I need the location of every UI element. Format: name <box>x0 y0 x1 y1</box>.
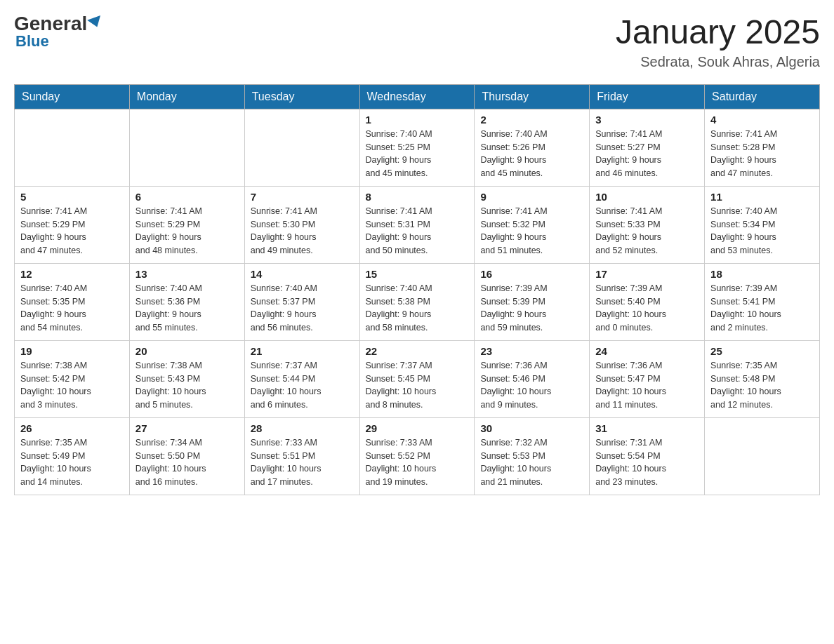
month-title: January 2025 <box>616 14 820 51</box>
table-row: 22Sunrise: 7:37 AM Sunset: 5:45 PM Dayli… <box>359 340 475 417</box>
calendar-header-row: Sunday Monday Tuesday Wednesday Thursday… <box>15 84 820 109</box>
day-info: Sunrise: 7:41 AM Sunset: 5:32 PM Dayligh… <box>480 205 583 257</box>
day-number: 3 <box>595 114 699 126</box>
col-saturday: Saturday <box>705 84 820 109</box>
logo-triangle-icon <box>87 15 104 29</box>
day-info: Sunrise: 7:41 AM Sunset: 5:33 PM Dayligh… <box>595 205 699 257</box>
day-info: Sunrise: 7:40 AM Sunset: 5:35 PM Dayligh… <box>20 282 124 335</box>
table-row: 23Sunrise: 7:36 AM Sunset: 5:46 PM Dayli… <box>475 340 590 417</box>
day-number: 2 <box>480 114 583 126</box>
day-info: Sunrise: 7:36 AM Sunset: 5:46 PM Dayligh… <box>480 359 583 412</box>
day-info: Sunrise: 7:33 AM Sunset: 5:52 PM Dayligh… <box>366 436 469 489</box>
table-row: 28Sunrise: 7:33 AM Sunset: 5:51 PM Dayli… <box>244 417 359 495</box>
day-number: 26 <box>20 422 124 434</box>
day-info: Sunrise: 7:38 AM Sunset: 5:42 PM Dayligh… <box>20 359 124 412</box>
table-row: 25Sunrise: 7:35 AM Sunset: 5:48 PM Dayli… <box>705 340 820 417</box>
calendar-week-row: 12Sunrise: 7:40 AM Sunset: 5:35 PM Dayli… <box>15 263 820 340</box>
day-number: 16 <box>480 268 583 280</box>
table-row: 13Sunrise: 7:40 AM Sunset: 5:36 PM Dayli… <box>129 263 244 340</box>
day-number: 7 <box>251 191 354 203</box>
table-row: 29Sunrise: 7:33 AM Sunset: 5:52 PM Dayli… <box>359 417 475 495</box>
day-info: Sunrise: 7:41 AM Sunset: 5:29 PM Dayligh… <box>20 205 124 257</box>
table-row: 17Sunrise: 7:39 AM Sunset: 5:40 PM Dayli… <box>590 263 705 340</box>
day-info: Sunrise: 7:37 AM Sunset: 5:45 PM Dayligh… <box>366 359 469 412</box>
table-row: 1Sunrise: 7:40 AM Sunset: 5:25 PM Daylig… <box>359 109 475 186</box>
calendar-week-row: 5Sunrise: 7:41 AM Sunset: 5:29 PM Daylig… <box>15 186 820 263</box>
day-number: 9 <box>480 191 583 203</box>
day-number: 1 <box>366 114 469 126</box>
table-row: 24Sunrise: 7:36 AM Sunset: 5:47 PM Dayli… <box>590 340 705 417</box>
day-info: Sunrise: 7:39 AM Sunset: 5:39 PM Dayligh… <box>480 282 583 335</box>
day-info: Sunrise: 7:40 AM Sunset: 5:36 PM Dayligh… <box>135 282 239 335</box>
day-info: Sunrise: 7:36 AM Sunset: 5:47 PM Dayligh… <box>595 359 699 412</box>
day-number: 8 <box>366 191 469 203</box>
table-row: 10Sunrise: 7:41 AM Sunset: 5:33 PM Dayli… <box>590 186 705 263</box>
day-number: 17 <box>595 268 699 280</box>
day-info: Sunrise: 7:39 AM Sunset: 5:40 PM Dayligh… <box>595 282 699 335</box>
col-monday: Monday <box>129 84 244 109</box>
day-number: 4 <box>710 114 814 126</box>
day-number: 31 <box>595 422 699 434</box>
day-info: Sunrise: 7:41 AM Sunset: 5:27 PM Dayligh… <box>595 128 699 180</box>
table-row: 15Sunrise: 7:40 AM Sunset: 5:38 PM Dayli… <box>359 263 475 340</box>
page-header: General Blue January 2025 Sedrata, Souk … <box>14 14 820 70</box>
calendar-week-row: 1Sunrise: 7:40 AM Sunset: 5:25 PM Daylig… <box>15 109 820 186</box>
day-info: Sunrise: 7:33 AM Sunset: 5:51 PM Dayligh… <box>251 436 354 489</box>
day-info: Sunrise: 7:40 AM Sunset: 5:38 PM Dayligh… <box>366 282 469 335</box>
table-row: 4Sunrise: 7:41 AM Sunset: 5:28 PM Daylig… <box>705 109 820 186</box>
table-row: 5Sunrise: 7:41 AM Sunset: 5:29 PM Daylig… <box>15 186 130 263</box>
table-row: 21Sunrise: 7:37 AM Sunset: 5:44 PM Dayli… <box>244 340 359 417</box>
col-tuesday: Tuesday <box>244 84 359 109</box>
day-info: Sunrise: 7:32 AM Sunset: 5:53 PM Dayligh… <box>480 436 583 489</box>
table-row <box>705 417 820 495</box>
day-info: Sunrise: 7:38 AM Sunset: 5:43 PM Dayligh… <box>135 359 239 412</box>
title-block: January 2025 Sedrata, Souk Ahras, Algeri… <box>616 14 820 70</box>
day-info: Sunrise: 7:40 AM Sunset: 5:25 PM Dayligh… <box>366 128 469 180</box>
day-number: 19 <box>20 345 124 357</box>
table-row: 31Sunrise: 7:31 AM Sunset: 5:54 PM Dayli… <box>590 417 705 495</box>
day-number: 22 <box>366 345 469 357</box>
day-info: Sunrise: 7:41 AM Sunset: 5:28 PM Dayligh… <box>710 128 814 180</box>
day-number: 14 <box>251 268 354 280</box>
day-number: 12 <box>20 268 124 280</box>
day-info: Sunrise: 7:31 AM Sunset: 5:54 PM Dayligh… <box>595 436 699 489</box>
day-info: Sunrise: 7:35 AM Sunset: 5:48 PM Dayligh… <box>710 359 814 412</box>
day-number: 30 <box>480 422 583 434</box>
table-row: 19Sunrise: 7:38 AM Sunset: 5:42 PM Dayli… <box>15 340 130 417</box>
day-number: 13 <box>135 268 239 280</box>
day-info: Sunrise: 7:40 AM Sunset: 5:37 PM Dayligh… <box>251 282 354 335</box>
day-number: 18 <box>710 268 814 280</box>
calendar-week-row: 26Sunrise: 7:35 AM Sunset: 5:49 PM Dayli… <box>15 417 820 495</box>
day-info: Sunrise: 7:34 AM Sunset: 5:50 PM Dayligh… <box>135 436 239 489</box>
table-row: 2Sunrise: 7:40 AM Sunset: 5:26 PM Daylig… <box>475 109 590 186</box>
day-number: 24 <box>595 345 699 357</box>
table-row <box>15 109 130 186</box>
day-info: Sunrise: 7:40 AM Sunset: 5:26 PM Dayligh… <box>480 128 583 180</box>
day-number: 15 <box>366 268 469 280</box>
day-number: 5 <box>20 191 124 203</box>
table-row: 26Sunrise: 7:35 AM Sunset: 5:49 PM Dayli… <box>15 417 130 495</box>
table-row: 9Sunrise: 7:41 AM Sunset: 5:32 PM Daylig… <box>475 186 590 263</box>
table-row: 30Sunrise: 7:32 AM Sunset: 5:53 PM Dayli… <box>475 417 590 495</box>
location: Sedrata, Souk Ahras, Algeria <box>616 54 820 70</box>
table-row <box>244 109 359 186</box>
table-row: 11Sunrise: 7:40 AM Sunset: 5:34 PM Dayli… <box>705 186 820 263</box>
day-info: Sunrise: 7:37 AM Sunset: 5:44 PM Dayligh… <box>251 359 354 412</box>
col-wednesday: Wednesday <box>359 84 475 109</box>
day-number: 6 <box>135 191 239 203</box>
day-number: 23 <box>480 345 583 357</box>
day-number: 25 <box>710 345 814 357</box>
day-number: 29 <box>366 422 469 434</box>
table-row: 20Sunrise: 7:38 AM Sunset: 5:43 PM Dayli… <box>129 340 244 417</box>
day-number: 11 <box>710 191 814 203</box>
table-row: 7Sunrise: 7:41 AM Sunset: 5:30 PM Daylig… <box>244 186 359 263</box>
day-number: 27 <box>135 422 239 434</box>
table-row: 16Sunrise: 7:39 AM Sunset: 5:39 PM Dayli… <box>475 263 590 340</box>
calendar-table: Sunday Monday Tuesday Wednesday Thursday… <box>14 84 820 495</box>
table-row: 3Sunrise: 7:41 AM Sunset: 5:27 PM Daylig… <box>590 109 705 186</box>
table-row <box>129 109 244 186</box>
table-row: 27Sunrise: 7:34 AM Sunset: 5:50 PM Dayli… <box>129 417 244 495</box>
day-number: 21 <box>251 345 354 357</box>
table-row: 18Sunrise: 7:39 AM Sunset: 5:41 PM Dayli… <box>705 263 820 340</box>
col-friday: Friday <box>590 84 705 109</box>
